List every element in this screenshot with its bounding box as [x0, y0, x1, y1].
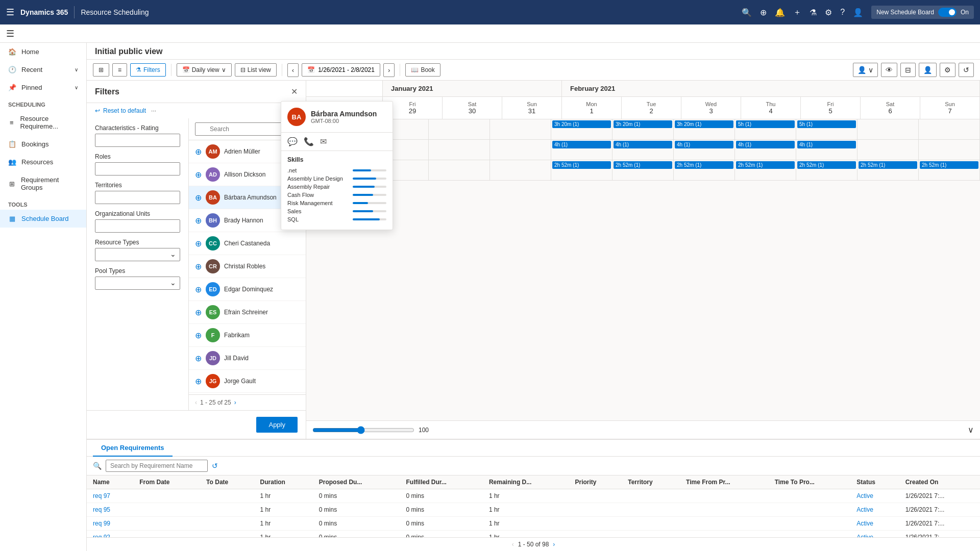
add-resource-btn[interactable]: ⊕ — [195, 147, 202, 157]
open-requirements-tab[interactable]: Open Requirements — [93, 440, 173, 457]
search-icon[interactable]: 🔍 — [742, 8, 752, 17]
status-badge[interactable]: Active — [856, 506, 873, 513]
prev-page-arrow[interactable]: ‹ — [195, 399, 197, 406]
daily-view-button[interactable]: 📅 Daily view ∨ — [177, 63, 232, 77]
status-badge[interactable]: Active — [856, 534, 873, 537]
booking-block[interactable]: 4h (1) — [552, 141, 611, 148]
req-link[interactable]: req 97 — [93, 492, 110, 499]
settings-circle-icon[interactable]: ⊕ — [760, 8, 767, 17]
list-item[interactable]: ⊕ JG Jorge Gault — [189, 370, 306, 393]
calendar-cell[interactable]: 3h 20m (1) — [674, 119, 735, 139]
calendar-cell[interactable] — [857, 119, 919, 139]
calendar-cell[interactable]: 2h 52m (1) — [919, 160, 980, 180]
list-item[interactable]: ⊕ CR Christal Robles — [189, 255, 306, 278]
org-units-input[interactable] — [95, 219, 180, 233]
calendar-cell[interactable] — [429, 140, 490, 160]
territories-input[interactable] — [95, 191, 180, 204]
filter-more-options[interactable]: ··· — [151, 107, 156, 114]
hamburger-icon[interactable]: ☰ — [6, 7, 14, 18]
calendar-cell[interactable]: 5h (1) — [735, 119, 796, 139]
calendar-cell[interactable] — [919, 119, 980, 139]
calendar-cell[interactable] — [490, 119, 551, 139]
sidebar-item-requirement-groups[interactable]: ⊞ Requirement Groups — [0, 171, 86, 196]
sidebar-item-bookings[interactable]: 📋 Bookings — [0, 135, 86, 153]
booking-block[interactable]: 2h 52m (1) — [614, 161, 672, 169]
calendar-cell[interactable]: 2h 52m (1) — [612, 160, 674, 180]
booking-block[interactable]: 2h 52m (1) — [675, 161, 733, 169]
requirement-search-input[interactable] — [106, 460, 208, 472]
calendar-cell[interactable] — [857, 140, 919, 160]
prev-page-bottom[interactable]: ‹ — [512, 541, 514, 548]
filter-icon[interactable]: ⚗ — [810, 8, 817, 17]
sidebar-item-schedule-board[interactable]: ▦ Schedule Board — [0, 210, 86, 228]
list-item[interactable]: ⊕ CC Cheri Castaneda — [189, 232, 306, 255]
calendar-cell[interactable]: 2h 52m (1) — [674, 160, 735, 180]
zoom-slider[interactable] — [312, 426, 414, 434]
table-cell[interactable]: req 92 — [87, 531, 133, 538]
toggle-switch[interactable] — [938, 8, 957, 17]
add-resource-btn[interactable]: ⊕ — [195, 308, 202, 317]
table-cell[interactable]: Active — [850, 503, 899, 517]
roles-input[interactable] — [95, 162, 180, 176]
apply-button[interactable]: Apply — [256, 417, 298, 433]
add-resource-btn[interactable]: ⊕ — [195, 193, 202, 203]
list-item[interactable]: ⊕ ES Efrain Schreiner — [189, 301, 306, 324]
plus-icon[interactable]: ＋ — [793, 7, 801, 18]
resource-types-select[interactable] — [95, 248, 180, 261]
add-resource-btn[interactable]: ⊕ — [195, 216, 202, 226]
booking-block[interactable]: 2h 52m (1) — [797, 161, 856, 169]
calendar-cell[interactable] — [490, 160, 551, 180]
table-cell[interactable]: req 99 — [87, 517, 133, 531]
req-link[interactable]: req 92 — [93, 534, 110, 537]
booking-block[interactable]: 3h 20m (1) — [675, 120, 733, 128]
calendar-cell[interactable] — [429, 119, 490, 139]
table-cell[interactable]: Active — [850, 489, 899, 503]
filters-button[interactable]: ⚗ Filters — [130, 63, 166, 77]
booking-block[interactable]: 4h (1) — [614, 141, 672, 148]
sidebar-item-home[interactable]: 🏠 Home — [0, 43, 86, 61]
list-item[interactable]: ⊕ JD Jill David — [189, 347, 306, 370]
date-prev-button[interactable]: ‹ — [287, 63, 299, 77]
add-resource-btn[interactable]: ⊕ — [195, 285, 202, 294]
sidebar-item-requirements[interactable]: ≡ Resource Requireme... — [0, 110, 86, 135]
calendar-cell[interactable]: 3h 20m (1) — [551, 119, 612, 139]
calendar-cell[interactable]: 2h 52m (1) — [551, 160, 612, 180]
table-cell[interactable]: req 95 — [87, 503, 133, 517]
calendar-cell[interactable]: 2h 52m (1) — [796, 160, 857, 180]
calendar-cell[interactable]: 4h (1) — [551, 140, 612, 160]
chat-icon[interactable]: 💬 — [287, 137, 298, 146]
list-item[interactable]: ⊕ F Fabrikam — [189, 324, 306, 347]
calendar-cell[interactable]: 2h 52m (1) — [735, 160, 796, 180]
help-icon[interactable]: ? — [840, 8, 845, 17]
visibility-button[interactable]: 👁 — [881, 63, 897, 77]
calendar-cell[interactable]: 4h (1) — [612, 140, 674, 160]
calendar-cell[interactable]: 2h 52m (1) — [857, 160, 919, 180]
booking-block[interactable]: 2h 52m (1) — [552, 161, 611, 169]
sidebar-item-recent[interactable]: 🕐 Recent ∨ — [0, 61, 86, 79]
reset-label[interactable]: Reset to default — [103, 107, 146, 114]
resource-search-input[interactable] — [195, 122, 291, 136]
add-resource-btn[interactable]: ⊕ — [195, 170, 202, 180]
expand-chevron[interactable]: ∨ — [968, 425, 974, 435]
sidebar-item-resources[interactable]: 👥 Resources — [0, 153, 86, 171]
add-resource-btn[interactable]: ⊕ — [195, 377, 202, 386]
booking-block[interactable]: 3h 20m (1) — [552, 120, 611, 128]
booking-block[interactable]: 2h 52m (1) — [920, 161, 978, 169]
table-cell[interactable]: req 97 — [87, 489, 133, 503]
booking-block[interactable]: 5h (1) — [736, 120, 795, 128]
booking-block[interactable]: 3h 20m (1) — [614, 120, 672, 128]
pool-types-select[interactable] — [95, 277, 180, 290]
calendar-cell[interactable] — [490, 140, 551, 160]
gear-icon[interactable]: ⚙ — [825, 8, 832, 17]
calendar-cell[interactable]: 4h (1) — [735, 140, 796, 160]
filters-close-button[interactable]: ✕ — [291, 87, 298, 96]
email-icon[interactable]: ✉ — [320, 137, 327, 146]
list-view-button[interactable]: ⊟ List view — [235, 63, 277, 77]
refresh-button[interactable]: ↺ — [959, 63, 974, 77]
bookmark-icon[interactable]: 🔔 — [775, 8, 785, 17]
add-resource-btn[interactable]: ⊕ — [195, 239, 202, 248]
resources-toggle-button[interactable]: 👤 ∨ — [853, 63, 878, 77]
new-schedule-toggle[interactable]: New Schedule Board On — [871, 6, 974, 19]
booking-block[interactable]: 5h (1) — [797, 120, 856, 128]
add-resource-btn[interactable]: ⊕ — [195, 331, 202, 340]
